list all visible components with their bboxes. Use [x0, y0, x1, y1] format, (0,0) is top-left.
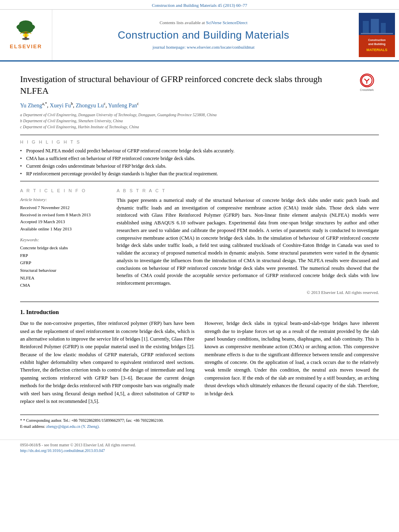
- journal-top-bar: Construction and Building Materials 45 (…: [0, 0, 399, 10]
- keyword-4: Structural behaviour: [20, 267, 109, 274]
- issn-line: 0950-0618/$ - see front matter © 2013 El…: [20, 442, 379, 448]
- highlights-label: H I G H L I G H T S: [20, 139, 379, 145]
- date-revised: Received in revised form 8 March 2013: [20, 212, 109, 219]
- elsevier-wordmark: ELSEVIER: [10, 43, 42, 50]
- elsevier-logo-area: ELSEVIER: [0, 10, 52, 60]
- page: Construction and Building Materials 45 (…: [0, 0, 399, 532]
- svg-rect-12: [361, 33, 393, 34]
- author-2: Xueyi Fu: [50, 102, 71, 108]
- sciverse-link[interactable]: SciVerse ScienceDirect: [206, 20, 247, 25]
- footnote-corresponding-text: * Corresponding author. Tel.: +86 769228…: [23, 418, 164, 423]
- doi-line: http://dx.doi.org/10.1016/j.conbuildmat.…: [20, 448, 379, 454]
- keyword-5: NLFEA: [20, 274, 109, 282]
- article-info-label: A R T I C L E I N F O: [20, 188, 109, 194]
- separator-1: [20, 135, 379, 135]
- date-online: Available online 1 May 2013: [20, 226, 109, 233]
- introduction-title: 1. Introduction: [20, 308, 379, 316]
- keywords-list: Concrete bridge deck slabs FRP GFRP Stru…: [20, 244, 109, 289]
- crossmark-badge: CrossMark: [355, 74, 379, 92]
- author-3: Zhongyu Lu: [76, 102, 104, 108]
- keyword-1: Concrete bridge deck slabs: [20, 244, 109, 252]
- svg-point-5: [22, 38, 29, 40]
- footnotes-area: * * Corresponding author. Tel.: +86 7692…: [20, 415, 379, 429]
- keyword-2: FRP: [20, 252, 109, 259]
- journal-title: Construction and Building Materials: [118, 28, 290, 42]
- footnote-email: E-mail address: zhengy@dgut.edu.cn (Y. Z…: [20, 423, 379, 429]
- highlight-item-2: CMA has a sufficient effect on behaviour…: [20, 155, 379, 162]
- article-history: Article history: Received 7 November 201…: [20, 197, 109, 233]
- abstract-copyright: © 2013 Elsevier Ltd. All rights reserved…: [117, 290, 379, 296]
- header-center: Contents lists available at SciVerse Sci…: [52, 10, 355, 60]
- elsevier-tree-icon: [12, 20, 40, 42]
- journal-issue-text: Construction and Building Materials 45 (…: [152, 3, 247, 8]
- journal-homepage: journal homepage: www.elsevier.com/locat…: [152, 44, 254, 50]
- date-accepted: Accepted 19 March 2013: [20, 218, 109, 226]
- journal-cover-area: Construction and Building MATERIALS: [355, 10, 399, 60]
- author-1: Yu Zheng: [20, 102, 42, 108]
- introduction-left: Due to the non-corrosive properties, fib…: [20, 320, 195, 409]
- abstract-column: A B S T R A C T This paper presents a nu…: [117, 185, 379, 296]
- footnote-email-link[interactable]: zhengy@dgut.edu.cn (Y. Zheng).: [46, 424, 100, 429]
- separator-2: [20, 181, 379, 181]
- abstract-label: A B S T R A C T: [117, 188, 379, 194]
- svg-rect-10: [371, 19, 379, 33]
- keywords-section: Keywords: Concrete bridge deck slabs FRP…: [20, 237, 109, 290]
- highlights-list: Proposed NLFEA model could predict behav…: [20, 148, 379, 177]
- affiliation-c: c Department of Civil Engineering, Harbi…: [20, 124, 379, 130]
- intro-paragraph-left: Due to the non-corrosive properties, fib…: [20, 320, 195, 405]
- authors-line: Yu Zhenga,*, Xueyi Fub, Zhongyu Luc, Yun…: [20, 101, 379, 109]
- svg-point-6: [23, 33, 29, 37]
- article-info-column: A R T I C L E I N F O Article history: R…: [20, 185, 109, 296]
- article-dates: Received 7 November 2012 Received in rev…: [20, 204, 109, 232]
- highlight-item-3: Current design codes underestimate behav…: [20, 163, 379, 170]
- affiliation-a: a Department of Civil Engineering, Dongg…: [20, 112, 379, 118]
- keywords-label: Keywords:: [20, 237, 109, 243]
- highlight-item-1: Proposed NLFEA model could predict behav…: [20, 148, 379, 154]
- intro-paragraph-right: However, bridge deck slabs in typical be…: [205, 320, 379, 398]
- svg-text:Construction: Construction: [368, 39, 386, 41]
- history-label: Article history:: [20, 197, 109, 203]
- bottom-bar: 0950-0618/$ - see front matter © 2013 El…: [0, 440, 399, 456]
- keyword-3: GFRP: [20, 259, 109, 267]
- affiliations: a Department of Civil Engineering, Dongg…: [20, 112, 379, 130]
- paper-content: Investigation of structural behaviour of…: [0, 62, 399, 435]
- introduction-right: However, bridge deck slabs in typical be…: [205, 320, 379, 409]
- svg-text:and Building: and Building: [368, 43, 385, 46]
- doi-link[interactable]: http://dx.doi.org/10.1016/j.conbuildmat.…: [20, 448, 105, 453]
- svg-point-17: [362, 75, 372, 86]
- affiliation-b: b Department of Civil Engineering, Shenz…: [20, 118, 379, 124]
- abstract-text: This paper presents a numerical study of…: [117, 197, 379, 287]
- highlight-item-4: RP reinforcement percentage provided by …: [20, 170, 379, 177]
- elsevier-logo: ELSEVIER: [10, 20, 42, 50]
- crossmark-label: CrossMark: [360, 88, 374, 92]
- svg-text:MATERIALS: MATERIALS: [366, 48, 387, 52]
- date-received: Received 7 November 2012: [20, 204, 109, 212]
- elsevier-header: ELSEVIER Contents lists available at Sci…: [0, 10, 399, 62]
- keyword-6: CMA: [20, 281, 109, 289]
- article-abstract-section: A R T I C L E I N F O Article history: R…: [20, 185, 379, 296]
- introduction-body: Due to the non-corrosive properties, fib…: [20, 320, 379, 409]
- crossmark-icon: [360, 74, 374, 87]
- svg-rect-9: [363, 21, 369, 33]
- author-4: Yunfeng Pan: [108, 102, 137, 108]
- separator-3: [20, 302, 379, 302]
- paper-title-area: Investigation of structural behaviour of…: [20, 74, 379, 97]
- journal-cover-image: Construction and Building MATERIALS: [359, 13, 395, 57]
- sciverse-line: Contents lists available at SciVerse Sci…: [160, 20, 247, 26]
- paper-title-text: Investigation of structural behaviour of…: [20, 74, 322, 96]
- footnote-corresponding: * * Corresponding author. Tel.: +86 7692…: [20, 417, 379, 423]
- svg-rect-11: [381, 23, 386, 33]
